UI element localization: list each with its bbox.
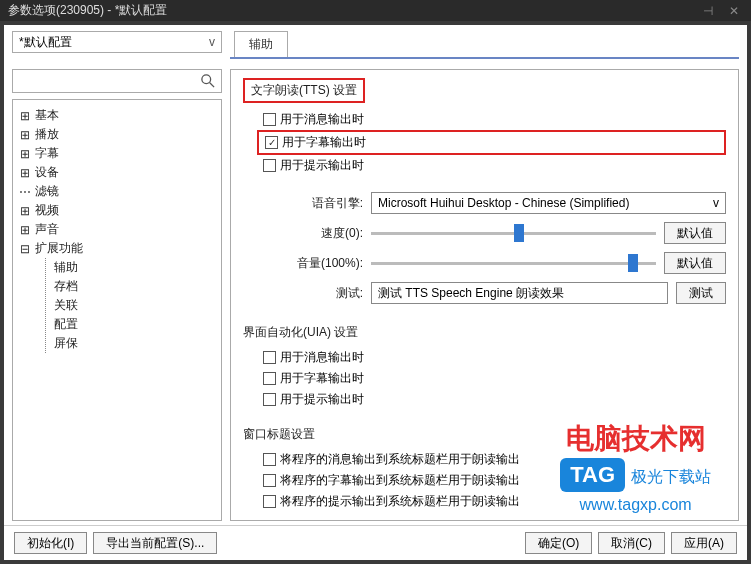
settings-panel: 文字朗读(TTS) 设置 用于消息输出时 ✓用于字幕输出时 用于提示输出时 语音…	[230, 69, 739, 521]
tree-sub-assist[interactable]: 辅助	[46, 258, 217, 277]
svg-point-0	[202, 75, 211, 84]
tree-sub-screensaver[interactable]: 屏保	[46, 334, 217, 353]
tts-check-hint[interactable]: 用于提示输出时	[263, 155, 726, 176]
apply-button[interactable]: 应用(A)	[671, 532, 737, 554]
tts-section-title: 文字朗读(TTS) 设置	[243, 78, 365, 103]
uia-check-message[interactable]: 用于消息输出时	[263, 347, 726, 368]
checkbox-icon[interactable]	[263, 351, 276, 364]
tree-item-filter[interactable]: ⋯滤镜	[17, 182, 217, 201]
tts-check-subtitle[interactable]: ✓用于字幕输出时	[257, 130, 726, 155]
footer: 初始化(I) 导出当前配置(S)... 确定(O) 取消(C) 应用(A)	[4, 525, 747, 560]
wt-check-message[interactable]: 将程序的消息输出到系统标题栏用于朗读输出	[263, 449, 726, 470]
ok-button[interactable]: 确定(O)	[525, 532, 592, 554]
checkbox-icon[interactable]	[263, 113, 276, 126]
engine-select[interactable]: Microsoft Huihui Desktop - Chinese (Simp…	[371, 192, 726, 214]
checkbox-icon[interactable]	[263, 372, 276, 385]
slider-thumb[interactable]	[628, 254, 638, 272]
config-dropdown-label: *默认配置	[19, 34, 72, 51]
tree-item-extensions[interactable]: ⊟扩展功能	[17, 239, 217, 258]
wintitle-section-title: 窗口标题设置	[243, 426, 726, 443]
expand-icon[interactable]: ⊞	[19, 147, 31, 161]
tree-item-playback[interactable]: ⊞播放	[17, 125, 217, 144]
uia-check-subtitle[interactable]: 用于字幕输出时	[263, 368, 726, 389]
speed-default-button[interactable]: 默认值	[664, 222, 726, 244]
tree-item-subtitle[interactable]: ⊞字幕	[17, 144, 217, 163]
expand-icon[interactable]: ⊞	[19, 109, 31, 123]
tree-sub-assoc[interactable]: 关联	[46, 296, 217, 315]
volume-slider[interactable]	[371, 252, 656, 274]
checkbox-icon[interactable]	[263, 393, 276, 406]
pin-icon[interactable]: ⊣	[699, 4, 717, 18]
tree-sub-archive[interactable]: 存档	[46, 277, 217, 296]
tree-item-basic[interactable]: ⊞基本	[17, 106, 217, 125]
test-label: 测试:	[243, 285, 363, 302]
checkbox-icon[interactable]	[263, 453, 276, 466]
expand-icon[interactable]: ⊞	[19, 223, 31, 237]
magnifier-icon	[201, 74, 215, 88]
slider-thumb[interactable]	[514, 224, 524, 242]
search-input[interactable]	[12, 69, 222, 93]
collapse-icon[interactable]: ⊟	[19, 242, 31, 256]
uia-check-hint[interactable]: 用于提示输出时	[263, 389, 726, 410]
tab-assist[interactable]: 辅助	[234, 31, 288, 57]
window-title: 参数选项(230905) - *默认配置	[8, 2, 167, 19]
close-icon[interactable]: ✕	[725, 4, 743, 18]
tree-sub-config[interactable]: 配置	[46, 315, 217, 334]
config-dropdown[interactable]: *默认配置 v	[12, 31, 222, 53]
checkbox-icon[interactable]	[263, 495, 276, 508]
test-button[interactable]: 测试	[676, 282, 726, 304]
tree-item-audio[interactable]: ⊞声音	[17, 220, 217, 239]
expand-icon[interactable]: ⊞	[19, 166, 31, 180]
expand-icon[interactable]: ⊞	[19, 128, 31, 142]
uia-section-title: 界面自动化(UIA) 设置	[243, 324, 726, 341]
tree-item-video[interactable]: ⊞视频	[17, 201, 217, 220]
checkbox-icon[interactable]	[263, 474, 276, 487]
tab-bar: 辅助	[230, 31, 739, 59]
chevron-down-icon: v	[713, 196, 719, 210]
wt-check-subtitle[interactable]: 将程序的字幕输出到系统标题栏用于朗读输出	[263, 470, 726, 491]
expand-icon: ⋯	[19, 185, 31, 199]
tts-check-message[interactable]: 用于消息输出时	[263, 109, 726, 130]
wt-check-hint[interactable]: 将程序的提示输出到系统标题栏用于朗读输出	[263, 491, 726, 512]
cancel-button[interactable]: 取消(C)	[598, 532, 665, 554]
chevron-down-icon: v	[209, 35, 215, 49]
checkbox-checked-icon[interactable]: ✓	[265, 136, 278, 149]
init-button[interactable]: 初始化(I)	[14, 532, 87, 554]
tree-item-device[interactable]: ⊞设备	[17, 163, 217, 182]
nav-tree: ⊞基本 ⊞播放 ⊞字幕 ⊞设备 ⋯滤镜 ⊞视频 ⊞声音 ⊟扩展功能 辅助 存档 …	[12, 99, 222, 521]
export-button[interactable]: 导出当前配置(S)...	[93, 532, 217, 554]
checkbox-icon[interactable]	[263, 159, 276, 172]
speed-slider[interactable]	[371, 222, 656, 244]
expand-icon[interactable]: ⊞	[19, 204, 31, 218]
speed-label: 速度(0):	[243, 225, 363, 242]
engine-label: 语音引擎:	[243, 195, 363, 212]
volume-default-button[interactable]: 默认值	[664, 252, 726, 274]
volume-label: 音量(100%):	[243, 255, 363, 272]
test-input[interactable]: 测试 TTS Speech Engine 朗读效果	[371, 282, 668, 304]
titlebar: 参数选项(230905) - *默认配置 ⊣ ✕	[0, 0, 751, 21]
window-controls: ⊣ ✕	[699, 4, 743, 18]
svg-line-1	[210, 83, 214, 87]
